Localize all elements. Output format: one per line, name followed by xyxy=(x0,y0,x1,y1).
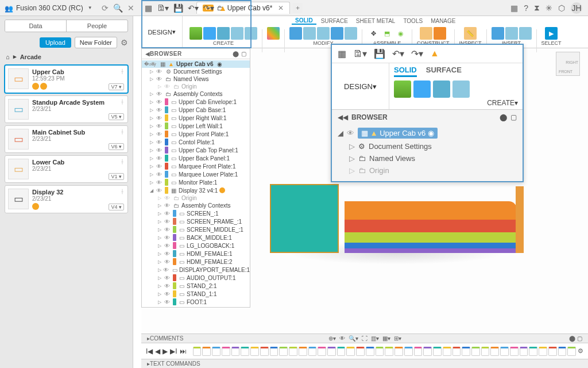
expand-icon[interactable]: ▷ xyxy=(158,243,163,248)
callout-sketch-icon[interactable] xyxy=(394,80,411,98)
expand-icon[interactable]: ▷ xyxy=(158,275,163,281)
visibility-icon[interactable]: 👁 xyxy=(164,210,171,217)
callout-tab-solid[interactable]: SOLID xyxy=(394,66,417,77)
tree-row[interactable]: ▷ 👁 ▭ Upper Cab Base:1 xyxy=(142,106,250,114)
timeline-feature[interactable] xyxy=(529,347,537,356)
browser-settings-icon[interactable]: ⬤ xyxy=(233,51,239,57)
timeline-feature[interactable] xyxy=(510,347,519,356)
visibility-icon[interactable]: 👁 xyxy=(156,147,163,154)
timeline-feature[interactable] xyxy=(423,347,432,356)
extrude-icon[interactable] xyxy=(217,27,230,40)
timeline-feature[interactable] xyxy=(414,347,423,356)
comments-dot-icon[interactable]: ⬤ ▢ xyxy=(569,335,582,342)
tree-row[interactable]: ▷ 👁 ▭ SCREEN_:1 xyxy=(142,209,250,217)
search-icon[interactable]: 🔍 xyxy=(113,3,123,13)
text-commands-bar[interactable]: ▸ TEXT COMMANDS xyxy=(141,359,588,368)
timeline-feature[interactable] xyxy=(231,347,240,356)
callout-create-label[interactable]: CREATE▾ xyxy=(394,99,518,107)
timeline-feature[interactable] xyxy=(500,347,509,356)
tree-row[interactable]: ▷ 👁 ▭ FOOT:1 xyxy=(142,298,250,306)
timeline-feature[interactable] xyxy=(548,347,557,356)
job-status-icon[interactable]: ✳ xyxy=(546,3,552,13)
timeline-feature[interactable] xyxy=(337,347,346,356)
tree-row[interactable]: ▷ 👁 ▭ HDMI_FEMALE:2 xyxy=(142,258,250,266)
visibility-icon[interactable]: 👁 xyxy=(156,99,163,105)
tree-row[interactable]: ▷ 👁 ▭ Upper Right Wall:1 xyxy=(142,114,250,122)
refresh-icon[interactable]: ⟳ xyxy=(102,3,109,13)
plane-icon[interactable] xyxy=(420,27,432,40)
split-icon[interactable] xyxy=(345,27,357,40)
app-grid-icon[interactable]: ▦ xyxy=(145,3,152,13)
decal-icon[interactable] xyxy=(505,27,518,40)
tab-solid[interactable]: SOLID xyxy=(292,17,316,25)
expand-icon[interactable]: ▷ xyxy=(158,195,163,201)
tab-tools[interactable]: TOOLS xyxy=(400,18,426,24)
tree-row[interactable]: ▷ 👁 🗀 Named Views xyxy=(142,75,250,83)
callout-tab-surface[interactable]: SURFACE xyxy=(426,66,462,77)
component-card[interactable]: ▭ Standup Arcade System 2/23/21 ⟊ V5 ▾ xyxy=(5,95,128,123)
timeline-feature[interactable] xyxy=(385,347,393,356)
tree-row[interactable]: ▷ 👁 ▭ AUDIO_OUTPUT:1 xyxy=(142,274,250,282)
timeline-feature[interactable] xyxy=(520,347,528,356)
fillet-icon[interactable] xyxy=(303,27,316,40)
timeline-feature[interactable] xyxy=(471,347,480,356)
timeline-feature[interactable] xyxy=(308,347,317,356)
tree-row[interactable]: ▷ 👁 ▭ HDMI_FEMALE:1 xyxy=(142,250,250,258)
tree-row[interactable]: ▷ 👁 ▭ Marquee Lower Plate:1 xyxy=(142,170,250,178)
canvas-icon[interactable] xyxy=(519,27,532,40)
extensions-icon[interactable]: ▦ xyxy=(510,3,518,13)
expand-icon[interactable]: ▷ xyxy=(158,300,163,305)
notifications-icon[interactable]: ⧗ xyxy=(534,3,540,13)
callout-save-icon[interactable]: 💾 xyxy=(374,48,385,59)
visibility-icon[interactable]: 👁 xyxy=(164,235,171,241)
visibility-icon[interactable]: 👁 xyxy=(156,139,163,145)
visibility-icon[interactable]: 👁 xyxy=(164,283,171,289)
data-tab-people[interactable]: People xyxy=(66,20,127,32)
tab-sheetmetal[interactable]: SHEET METAL xyxy=(353,18,399,24)
timeline-feature[interactable] xyxy=(433,347,442,356)
timeline-feature[interactable] xyxy=(366,347,374,356)
expand-icon[interactable]: ▷ xyxy=(158,292,163,297)
timeline-feature[interactable] xyxy=(404,347,413,356)
tree-row[interactable]: ▷ 👁 ⚙ Document Settings xyxy=(142,68,250,75)
tree-row[interactable]: ▷ 👁 ▭ SCREEN_MIDDLE_:1 xyxy=(142,225,250,233)
callout-tree-row[interactable]: ▷⚙Document Settings xyxy=(335,140,519,152)
new-tab-button[interactable]: ＋ xyxy=(292,3,303,13)
timeline-feature[interactable] xyxy=(356,347,365,356)
callout-browser-sq-icon[interactable]: ▢ xyxy=(510,113,517,121)
visibility-icon[interactable]: 👁 xyxy=(156,179,163,186)
visibility-icon[interactable]: 👁 xyxy=(164,243,171,249)
visibility-icon[interactable]: 👁 xyxy=(164,218,171,225)
expand-icon[interactable]: ▷ xyxy=(150,132,154,137)
expand-icon[interactable]: ▷ xyxy=(150,99,154,105)
select-icon[interactable]: ▶ xyxy=(545,27,558,40)
visibility-icon[interactable]: 👁 xyxy=(156,187,163,194)
timeline-feature[interactable] xyxy=(539,347,547,356)
tree-row[interactable]: ◢ 👁 ▦ Display 32 v4:1 xyxy=(142,186,250,194)
expand-icon[interactable]: ▷ xyxy=(158,267,161,273)
visibility-icon[interactable]: 👁 xyxy=(164,259,171,265)
generative-icon[interactable] xyxy=(267,27,280,40)
timeline-feature[interactable] xyxy=(270,347,278,356)
timeline-feature[interactable] xyxy=(260,347,269,356)
align-icon[interactable]: ⬒ xyxy=(381,27,393,40)
callout-sphere-icon[interactable] xyxy=(452,80,470,98)
timeline-feature[interactable] xyxy=(279,347,288,356)
visibility-icon[interactable]: 👁 xyxy=(164,251,171,257)
close-panel-icon[interactable]: ✕ xyxy=(127,3,134,13)
tree-row[interactable]: ▷ 👁 🗀 Origin xyxy=(142,83,250,90)
expand-icon[interactable]: ▷ xyxy=(150,69,154,74)
browser-close-icon[interactable]: ▢ xyxy=(241,51,246,57)
insert-derive-icon[interactable] xyxy=(492,27,504,40)
component-card[interactable]: ▭ Display 32 2/23/21 ⟊ V4 ▾ xyxy=(5,185,128,213)
visibility-icon[interactable]: 👁 xyxy=(163,267,169,273)
viewcube[interactable]: FRONT RIGHT xyxy=(556,52,580,76)
version-selector[interactable]: V5 ▾ xyxy=(109,113,124,120)
move-icon[interactable]: ✥ xyxy=(367,27,380,40)
visibility-icon[interactable]: 👁 xyxy=(156,171,163,178)
tl-end-icon[interactable]: ⏭ xyxy=(180,347,187,355)
visibility-icon[interactable]: 👁 xyxy=(164,202,171,209)
version-selector[interactable]: V6 ▾ xyxy=(109,143,124,150)
callout-tree-row[interactable]: ▷🗀Named Views xyxy=(335,152,519,164)
visibility-icon[interactable]: 👁 xyxy=(156,91,163,97)
